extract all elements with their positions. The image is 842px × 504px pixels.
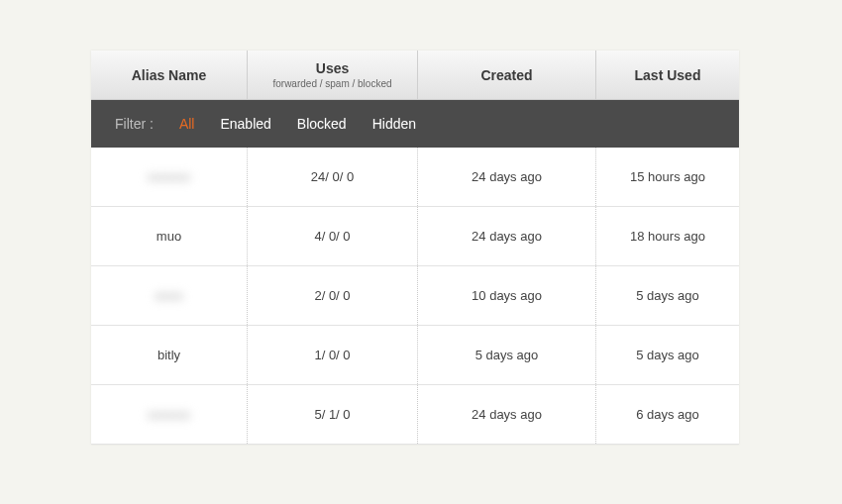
col-header-alias[interactable]: Alias Name — [91, 50, 248, 99]
col-header-uses-sublabel: forwarded / spam / blocked — [272, 78, 391, 89]
col-header-alias-label: Alias Name — [132, 67, 206, 83]
cell-created: 5 days ago — [418, 326, 596, 384]
col-header-uses[interactable]: Uses forwarded / spam / blocked — [248, 50, 418, 99]
cell-uses: 5/ 1/ 0 — [248, 385, 418, 444]
table-row[interactable]: bitly1/ 0/ 05 days ago5 days ago — [91, 326, 739, 385]
filter-all[interactable]: All — [179, 116, 195, 132]
cell-alias: xxxx — [91, 266, 248, 325]
cell-last-used: 6 days ago — [596, 385, 739, 444]
cell-created: 24 days ago — [418, 148, 596, 206]
cell-alias: xxxxxx — [91, 148, 248, 206]
cell-last-used: 5 days ago — [596, 266, 739, 325]
cell-created: 24 days ago — [418, 385, 596, 444]
table-row[interactable]: xxxxxx5/ 1/ 024 days ago6 days ago — [91, 385, 739, 445]
col-header-created-label: Created — [480, 67, 532, 83]
alias-value: xxxxxx — [148, 407, 190, 422]
alias-table: Alias Name Uses forwarded / spam / block… — [91, 50, 739, 445]
filter-bar: Filter : All Enabled Blocked Hidden — [91, 100, 739, 148]
table-body: xxxxxx24/ 0/ 024 days ago15 hours agomuo… — [91, 148, 739, 445]
cell-last-used: 15 hours ago — [596, 148, 739, 206]
col-header-last-used[interactable]: Last Used — [596, 50, 739, 99]
cell-alias: xxxxxx — [91, 385, 248, 444]
alias-value: bitly — [158, 348, 180, 362]
col-header-uses-label: Uses — [316, 60, 349, 76]
table-row[interactable]: xxxxxx24/ 0/ 024 days ago15 hours ago — [91, 148, 739, 207]
table-row[interactable]: xxxx2/ 0/ 010 days ago5 days ago — [91, 266, 739, 326]
filter-label: Filter : — [115, 116, 154, 132]
alias-value: xxxxxx — [148, 169, 190, 184]
filter-hidden[interactable]: Hidden — [372, 116, 416, 132]
cell-last-used: 5 days ago — [596, 326, 739, 384]
table-row[interactable]: muo4/ 0/ 024 days ago18 hours ago — [91, 207, 739, 266]
col-header-created[interactable]: Created — [418, 50, 596, 99]
cell-uses: 4/ 0/ 0 — [248, 207, 418, 265]
alias-value: muo — [157, 229, 181, 244]
filter-blocked[interactable]: Blocked — [297, 116, 347, 132]
cell-alias: bitly — [91, 326, 248, 384]
filter-enabled[interactable]: Enabled — [220, 116, 270, 132]
cell-created: 10 days ago — [418, 266, 596, 325]
cell-last-used: 18 hours ago — [596, 207, 739, 265]
cell-uses: 1/ 0/ 0 — [248, 326, 418, 384]
cell-created: 24 days ago — [418, 207, 596, 265]
table-header: Alias Name Uses forwarded / spam / block… — [91, 50, 739, 100]
alias-value: xxxx — [155, 288, 183, 303]
cell-uses: 24/ 0/ 0 — [248, 148, 418, 206]
cell-uses: 2/ 0/ 0 — [248, 266, 418, 325]
col-header-last-used-label: Last Used — [635, 67, 701, 83]
cell-alias: muo — [91, 207, 248, 265]
